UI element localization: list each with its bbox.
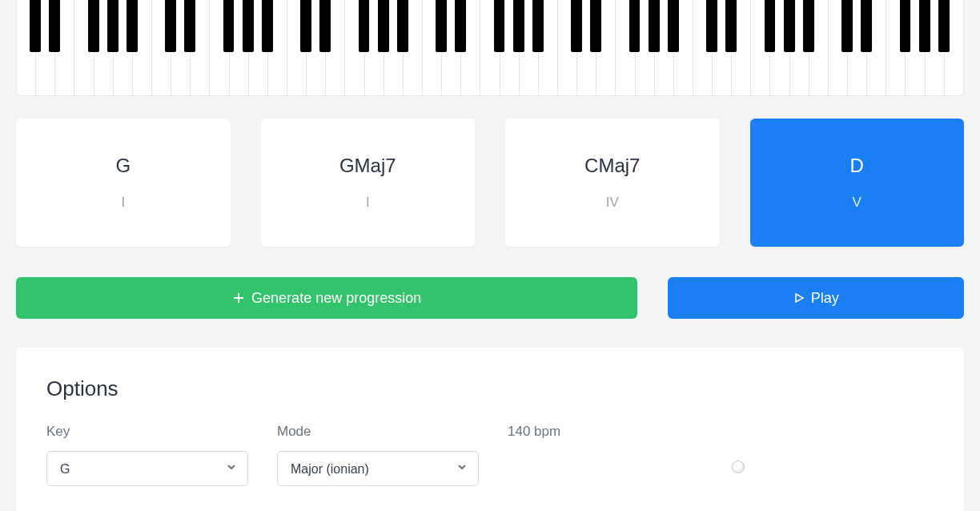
black-key[interactable] xyxy=(919,0,930,52)
black-key[interactable] xyxy=(571,0,582,52)
white-key[interactable] xyxy=(287,0,307,95)
black-key[interactable] xyxy=(300,0,311,52)
mode-field: Mode Major (ionian) xyxy=(277,424,479,486)
black-key[interactable] xyxy=(649,0,660,52)
chord-degree: IV xyxy=(606,195,619,211)
black-key[interactable] xyxy=(494,0,505,52)
generate-button-label: Generate new progression xyxy=(251,290,421,307)
white-key[interactable] xyxy=(152,0,171,95)
black-key[interactable] xyxy=(900,0,911,52)
white-key[interactable] xyxy=(480,0,500,95)
black-key[interactable] xyxy=(243,0,254,52)
white-key[interactable] xyxy=(74,0,94,95)
white-key[interactable] xyxy=(886,0,906,95)
black-key[interactable] xyxy=(725,0,737,52)
black-key[interactable] xyxy=(436,0,447,52)
black-key[interactable] xyxy=(532,0,544,52)
black-key[interactable] xyxy=(223,0,235,52)
chord-name: G xyxy=(115,155,131,177)
play-icon xyxy=(793,292,805,304)
white-key[interactable] xyxy=(345,0,364,95)
white-key[interactable] xyxy=(558,0,577,95)
black-key[interactable] xyxy=(88,0,99,52)
black-key[interactable] xyxy=(841,0,853,52)
key-label: Key xyxy=(46,424,248,440)
white-key[interactable] xyxy=(751,0,770,95)
play-button-label: Play xyxy=(811,290,839,307)
chord-card[interactable]: CMaj7IV xyxy=(505,119,720,247)
black-key[interactable] xyxy=(127,0,138,52)
black-key[interactable] xyxy=(30,0,41,52)
play-button[interactable]: Play xyxy=(668,277,964,319)
key-select[interactable]: G xyxy=(46,451,248,486)
generate-progression-button[interactable]: Generate new progression xyxy=(16,277,637,319)
white-key[interactable] xyxy=(829,0,848,95)
chord-name: CMaj7 xyxy=(584,155,640,177)
black-key[interactable] xyxy=(668,0,679,52)
black-key[interactable] xyxy=(262,0,273,52)
chord-card[interactable]: GI xyxy=(16,119,231,247)
svg-marker-2 xyxy=(796,294,803,302)
chord-name: D xyxy=(850,155,864,177)
black-key[interactable] xyxy=(165,0,176,52)
white-key[interactable] xyxy=(616,0,635,95)
piano[interactable] xyxy=(16,0,964,96)
mode-select[interactable]: Major (ionian) xyxy=(277,451,479,486)
action-button-row: Generate new progression Play xyxy=(16,277,964,319)
white-key[interactable] xyxy=(423,0,442,95)
chord-name: GMaj7 xyxy=(339,155,396,177)
white-key[interactable] xyxy=(17,0,36,95)
black-key[interactable] xyxy=(49,0,60,52)
plus-icon xyxy=(232,292,245,304)
chord-card-row: GIGMaj7ICMaj7IVDV xyxy=(16,119,964,247)
black-key[interactable] xyxy=(455,0,466,52)
black-key[interactable] xyxy=(706,0,717,52)
black-key[interactable] xyxy=(784,0,795,52)
chord-degree: I xyxy=(121,195,125,211)
black-key[interactable] xyxy=(107,0,118,52)
tempo-slider-handle[interactable] xyxy=(732,461,745,473)
chord-card[interactable]: DV xyxy=(750,119,965,247)
black-key[interactable] xyxy=(319,0,331,52)
options-title: Options xyxy=(46,376,934,401)
black-key[interactable] xyxy=(765,0,776,52)
black-key[interactable] xyxy=(803,0,814,52)
black-key[interactable] xyxy=(359,0,370,52)
bpm-label: 140 bpm xyxy=(508,424,934,440)
key-field: Key G xyxy=(46,424,248,486)
black-key[interactable] xyxy=(590,0,601,52)
black-key[interactable] xyxy=(513,0,524,52)
black-key[interactable] xyxy=(184,0,195,52)
black-key[interactable] xyxy=(397,0,408,52)
options-panel: Options Key G Mode Major (ionian) xyxy=(16,348,964,511)
chord-card[interactable]: GMaj7I xyxy=(261,119,476,247)
black-key[interactable] xyxy=(629,0,641,52)
mode-label: Mode xyxy=(277,424,479,440)
chord-degree: V xyxy=(853,195,862,211)
black-key[interactable] xyxy=(378,0,389,52)
bpm-field: 140 bpm xyxy=(508,424,934,473)
black-key[interactable] xyxy=(938,0,950,52)
chord-degree: I xyxy=(366,195,370,211)
black-key[interactable] xyxy=(861,0,872,52)
white-key[interactable] xyxy=(210,0,229,95)
white-key[interactable] xyxy=(693,0,713,95)
